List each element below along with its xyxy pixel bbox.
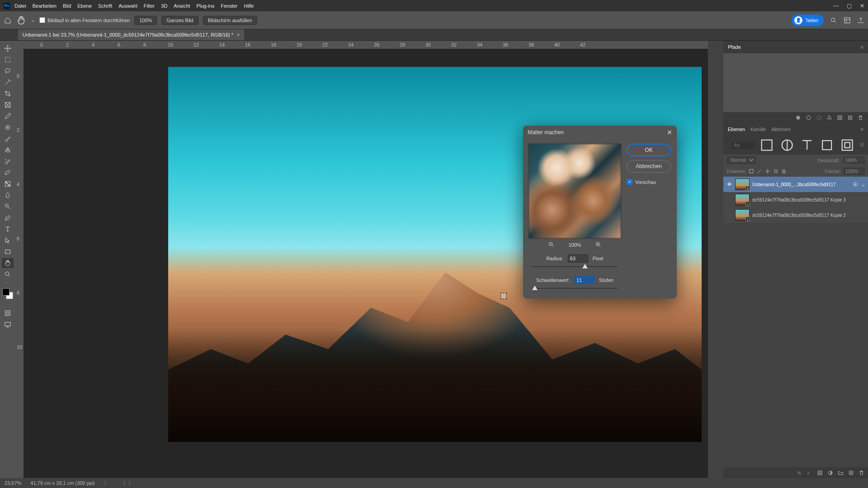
share-button[interactable]: 👤 Teilen xyxy=(792,14,824,26)
document-tab[interactable]: Unbenannt-1 bei 23,7% (Unbenannt-1_0000_… xyxy=(18,29,244,40)
status-next-icon[interactable]: 〉 xyxy=(128,480,133,487)
blend-mode-select[interactable]: Normal xyxy=(727,156,755,164)
layer-chevron-icon[interactable]: ⌄ xyxy=(861,182,865,188)
layer-effects-icon[interactable]: fx xyxy=(807,470,812,476)
status-prev-icon[interactable]: 〈 xyxy=(121,480,126,487)
tab-layers[interactable]: Ebenen xyxy=(728,127,745,132)
menu-schrift[interactable]: Schrift xyxy=(98,3,112,9)
panel-menu-icon[interactable]: ≡ xyxy=(861,44,863,50)
link-layers-icon[interactable] xyxy=(796,470,802,476)
document-tab-close-icon[interactable]: × xyxy=(237,32,240,38)
mask-icon[interactable] xyxy=(837,115,843,121)
layer-thumbnail[interactable]: ⎘ xyxy=(735,178,750,190)
radius-input[interactable] xyxy=(568,254,588,263)
zoom-tool[interactable] xyxy=(2,269,14,279)
right-collapsed-dock[interactable] xyxy=(708,41,723,478)
close-button[interactable]: ✕ xyxy=(860,3,864,9)
lasso-tool[interactable] xyxy=(2,66,14,76)
menu-3d[interactable]: 3D xyxy=(161,3,167,9)
menu-ansicht[interactable]: Ansicht xyxy=(174,3,190,9)
horizontal-ruler[interactable]: 0 2 4 6 8 10 12 14 16 18 20 22 24 26 28 … xyxy=(24,41,708,49)
ok-button[interactable]: OK xyxy=(627,144,671,156)
marquee-tool[interactable] xyxy=(2,55,14,65)
menu-fenster[interactable]: Fenster xyxy=(221,3,237,9)
filter-search-icon[interactable] xyxy=(727,142,727,148)
dodge-tool[interactable] xyxy=(2,202,14,211)
filter-smart-icon[interactable] xyxy=(840,137,855,153)
layer-kind-filter[interactable] xyxy=(732,142,755,149)
tool-chevron-icon[interactable]: ⌄ xyxy=(31,17,35,23)
foreground-color-swatch[interactable] xyxy=(2,288,9,296)
path-selection-tool[interactable] xyxy=(2,235,14,245)
layer-thumbnail[interactable]: ⎘ xyxy=(735,209,750,221)
status-chevron-icon[interactable]: 〉 xyxy=(104,480,109,487)
blur-tool[interactable] xyxy=(2,190,14,200)
tab-actions[interactable]: Aktionen xyxy=(771,127,791,132)
selection-from-path-icon[interactable] xyxy=(816,115,822,121)
history-brush-tool[interactable] xyxy=(2,156,14,166)
brush-tool[interactable] xyxy=(2,134,14,144)
filter-adjust-icon[interactable] xyxy=(779,137,795,153)
crop-tool[interactable] xyxy=(2,89,14,99)
layer-thumbnail[interactable]: ⎘ xyxy=(735,194,750,206)
color-swatches[interactable] xyxy=(2,288,13,299)
layer-item[interactable]: 👁 ⎘ Unbenannt-1_0000_...3bca509fec5d9117… xyxy=(723,177,868,192)
dialog-preview-image[interactable] xyxy=(528,144,621,239)
minimize-button[interactable]: — xyxy=(833,3,839,9)
group-icon[interactable] xyxy=(838,470,844,476)
delete-path-icon[interactable] xyxy=(858,115,863,121)
menu-hilfe[interactable]: Hilfe xyxy=(244,3,254,9)
filter-type-icon[interactable] xyxy=(799,137,815,153)
threshold-slider[interactable] xyxy=(532,285,618,291)
zoom-level-box[interactable]: 100% xyxy=(134,16,157,25)
move-tool[interactable] xyxy=(2,43,14,53)
scroll-all-checkbox-input[interactable] xyxy=(39,17,45,23)
layer-name[interactable]: dc59124e7f79a08c3bca509fec5d9117 Kopie 3 xyxy=(752,197,865,202)
pen-tool[interactable] xyxy=(2,213,14,223)
stroke-path-icon[interactable] xyxy=(806,115,811,121)
menu-bild[interactable]: Bild xyxy=(63,3,71,9)
adjustment-layer-icon[interactable] xyxy=(827,470,833,476)
lock-artboard-icon[interactable] xyxy=(773,169,778,174)
path-from-selection-icon[interactable] xyxy=(826,115,832,121)
magic-wand-tool[interactable] xyxy=(2,77,14,87)
clone-stamp-tool[interactable] xyxy=(2,145,14,155)
fill-screen-button[interactable]: Bildschirm ausfüllen xyxy=(203,16,257,25)
zoom-in-icon[interactable] xyxy=(595,241,602,248)
filter-shape-icon[interactable] xyxy=(819,137,835,153)
opacity-input[interactable] xyxy=(844,157,864,164)
eraser-tool[interactable] xyxy=(2,168,14,178)
layer-item[interactable]: ⎘ dc59124e7f79a08c3bca509fec5d9117 Kopie… xyxy=(723,192,868,207)
vertical-ruler[interactable]: 0 2 4 6 8 10 xyxy=(15,49,24,478)
cancel-button[interactable]: Abbrechen xyxy=(627,160,671,173)
lock-all-icon[interactable] xyxy=(781,169,787,174)
smart-filter-icon[interactable] xyxy=(852,181,859,188)
new-layer-icon[interactable] xyxy=(848,470,854,476)
panel-menu-icon[interactable]: ≡ xyxy=(861,127,863,132)
layer-name[interactable]: Unbenannt-1_0000_...3bca509fec5d9117 xyxy=(752,182,849,187)
quick-mask-tool[interactable] xyxy=(2,308,14,318)
tab-paths[interactable]: Pfade xyxy=(728,44,741,50)
rectangle-tool[interactable] xyxy=(2,247,14,257)
menu-auswahl[interactable]: Auswahl xyxy=(118,3,137,9)
menu-ebene[interactable]: Ebene xyxy=(77,3,92,9)
menu-filter[interactable]: Filter xyxy=(144,3,155,9)
fit-image-button[interactable]: Ganzes Bild xyxy=(161,16,198,25)
layer-name[interactable]: dc59124e7f79a08c3bca509fec5d9117 Kopie 2 xyxy=(752,213,865,218)
preview-sample-marker[interactable] xyxy=(500,293,507,299)
radius-slider[interactable] xyxy=(532,263,618,270)
menu-plugins[interactable]: Plug-ins xyxy=(196,3,214,9)
filter-toggle-icon[interactable]: ⦿ xyxy=(859,142,864,148)
type-tool[interactable] xyxy=(2,224,14,234)
lock-transparent-icon[interactable] xyxy=(749,169,754,174)
delete-layer-icon[interactable] xyxy=(859,470,864,476)
tab-channels[interactable]: Kanäle xyxy=(750,127,766,132)
share-export-icon[interactable] xyxy=(857,17,864,24)
home-icon[interactable] xyxy=(4,17,12,24)
maximize-button[interactable]: ▢ xyxy=(847,3,852,9)
layer-mask-icon[interactable] xyxy=(817,470,823,476)
fill-input[interactable] xyxy=(844,168,864,175)
document-viewport[interactable]: Matter machen ✕ 100% Radius xyxy=(24,49,708,478)
dialog-close-icon[interactable]: ✕ xyxy=(667,129,672,136)
dialog-titlebar[interactable]: Matter machen ✕ xyxy=(523,126,677,139)
